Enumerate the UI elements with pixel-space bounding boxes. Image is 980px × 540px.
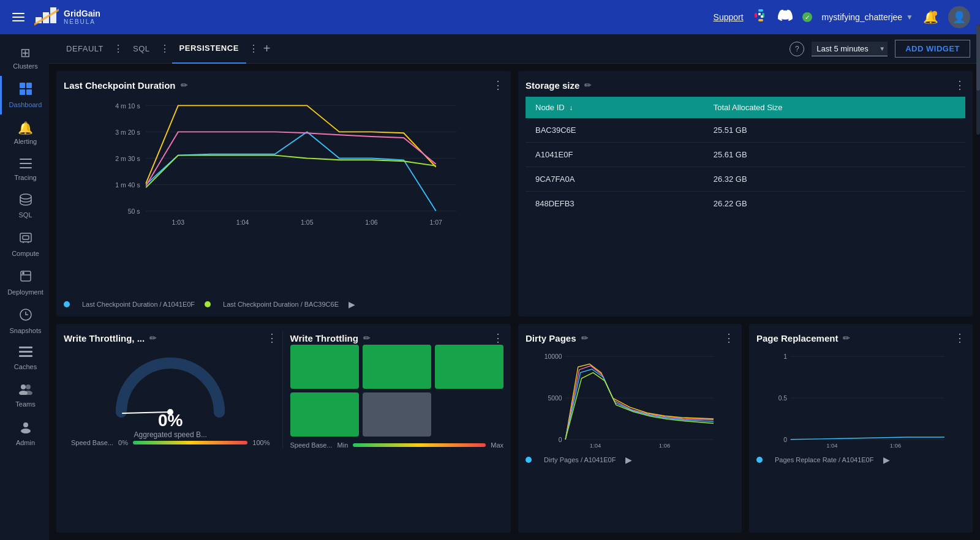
username: mystifying_chatterjee (822, 12, 903, 22)
widget-checkpoint-edit[interactable]: ✏ (181, 80, 188, 90)
svg-text:1:07: 1:07 (429, 219, 442, 226)
legend-dot-a1041e0f (64, 301, 70, 307)
help-btn[interactable]: ? (790, 42, 804, 56)
avatar[interactable]: 👤 (948, 6, 970, 28)
dirty-pages-header: Dirty Pages ✏ ⋮ (526, 331, 734, 345)
discord-icon[interactable] (778, 8, 793, 26)
throttle-gauge-edit[interactable]: ✏ (149, 333, 157, 343)
sidebar-label-admin: Admin (16, 439, 35, 446)
widget-page-replacement: Page Replacement ✏ ⋮ 1 0.5 0 1:04 (749, 324, 973, 533)
tab-default[interactable]: DEFAULT (59, 34, 111, 64)
scrollbar-thumb[interactable] (976, 64, 980, 91)
throttle-gauge-more[interactable]: ⋮ (266, 331, 277, 345)
tab-sql-label: SQL (133, 44, 150, 53)
sidebar-label-compute: Compute (12, 250, 39, 257)
page-replacement-legend: Pages Replace Rate / A1041E0F ▶ (756, 455, 965, 465)
tab-persistence[interactable]: PERSISTENCE (172, 34, 246, 64)
svg-rect-10 (20, 83, 25, 88)
sidebar-item-snapshots[interactable]: Snapshots (0, 302, 49, 340)
widget-storage-title: Storage size (526, 80, 579, 91)
throttle-max-label: Max (491, 441, 503, 449)
widget-checkpoint-more[interactable]: ⋮ (492, 78, 503, 92)
tabs-right: ? Last 5 minutes Last 15 minutes Last 30… (790, 40, 970, 58)
page-replacement-chart-area: 1 0.5 0 1:04 1:06 (756, 350, 965, 450)
page-replacement-header: Page Replacement ✏ ⋮ (756, 331, 965, 345)
checkpoint-legend: Last Checkpoint Duration / A1041E0F Last… (64, 299, 503, 309)
tab-persistence-more[interactable]: ⋮ (249, 43, 258, 54)
svg-rect-4 (755, 13, 757, 18)
svg-point-29 (21, 384, 26, 389)
svg-rect-12 (20, 89, 25, 95)
svg-text:0.5: 0.5 (778, 395, 788, 402)
sidebar-item-clusters[interactable]: ⊞ Clusters (0, 39, 49, 76)
sidebar-item-deployment[interactable]: Deployment (0, 263, 49, 302)
storage-col-size[interactable]: Total Allocated Size (704, 97, 965, 118)
throttle-legend: Speed Base... Min Max (290, 441, 504, 449)
widget-storage-edit[interactable]: ✏ (584, 80, 592, 90)
svg-text:1:06: 1:06 (890, 442, 901, 448)
sidebar-item-alerting[interactable]: 🔔 Alerting (0, 114, 49, 151)
dirty-pages-edit[interactable]: ✏ (581, 333, 589, 343)
sort-icon: ↓ (569, 103, 573, 112)
throttle-grid-edit[interactable]: ✏ (363, 333, 371, 343)
sidebar-item-compute[interactable]: Compute (0, 225, 49, 263)
gauge-sublabel: Aggregated speed B... (134, 430, 207, 439)
throttle-cell-5 (435, 392, 503, 437)
svg-text:0: 0 (783, 437, 787, 443)
svg-text:1:06: 1:06 (659, 442, 670, 448)
gauge-area: 0% Aggregated speed B... (64, 345, 277, 439)
svg-point-30 (26, 384, 31, 389)
user-menu[interactable]: mystifying_chatterjee ▼ (822, 12, 913, 22)
page-replacement-edit[interactable]: ✏ (843, 333, 850, 343)
checkpoint-chart: 4 m 10 s 3 m 20 s 2 m 30 s 1 m 40 s 50 s… (64, 97, 503, 231)
sidebar-label-dashboard: Dashboard (9, 101, 42, 108)
storage-nodeid-3: 848DEFB3 (526, 192, 704, 216)
throttle-cell-3 (290, 392, 359, 437)
sidebar-item-teams[interactable]: Teams (0, 377, 49, 414)
dirty-pages-legend: Dirty Pages / A1041E0F ▶ (526, 455, 734, 465)
right-bottom-pair: Dirty Pages ✏ ⋮ 10000 5000 0 1:04 (518, 324, 973, 533)
throttle-grid-right: Write Throttling ✏ ⋮ (282, 331, 504, 449)
dirty-pages-legend-arrow[interactable]: ▶ (625, 455, 632, 465)
throttle-grid-header: Write Throttling ✏ ⋮ (290, 331, 504, 345)
dirty-pages-legend-label: Dirty Pages / A1041E0F (544, 456, 616, 463)
time-select[interactable]: Last 5 minutes Last 15 minutes Last 30 m… (812, 42, 888, 56)
widget-throttle-gauge: Write Throttling, ... ✏ ⋮ (56, 324, 511, 533)
svg-text:50 s: 50 s (128, 208, 140, 215)
svg-point-17 (20, 194, 31, 199)
sidebar-item-sql[interactable]: SQL (0, 187, 49, 225)
svg-text:5000: 5000 (548, 395, 562, 402)
legend-more-arrow[interactable]: ▶ (349, 299, 355, 309)
tab-sql-more[interactable]: ⋮ (160, 43, 170, 54)
sidebar-item-caches[interactable]: Caches (0, 340, 49, 377)
throttle-grid-more[interactable]: ⋮ (492, 331, 503, 345)
storage-nodeid-2: 9CA7FA0A (526, 167, 704, 192)
page-replacement-more[interactable]: ⋮ (954, 331, 965, 345)
dirty-pages-legend-dot (526, 457, 532, 463)
svg-text:10000: 10000 (545, 353, 562, 360)
sidebar-item-tracing[interactable]: Tracing (0, 151, 49, 187)
tab-default-more[interactable]: ⋮ (113, 43, 123, 54)
gauge-min-label: 0% (118, 439, 128, 446)
teams-icon (18, 383, 33, 398)
sidebar-item-admin[interactable]: Admin (0, 414, 49, 452)
scrollbar-track (976, 64, 980, 135)
svg-rect-13 (26, 89, 32, 95)
add-tab-btn[interactable]: + (263, 42, 271, 56)
support-link[interactable]: Support (714, 12, 744, 22)
tab-sql[interactable]: SQL (126, 34, 157, 64)
add-widget-btn[interactable]: ADD WIDGET (895, 40, 970, 58)
main-layout: ⊞ Clusters Dashboard 🔔 Alerting (0, 34, 980, 540)
slack-icon[interactable] (753, 8, 768, 26)
hamburger-menu[interactable] (10, 10, 27, 24)
time-select-wrap: Last 5 minutes Last 15 minutes Last 30 m… (812, 42, 888, 56)
widget-storage-more[interactable]: ⋮ (954, 78, 965, 92)
legend-label-a1041e0f: Last Checkpoint Duration / A1041E0F (82, 301, 195, 308)
sidebar-item-dashboard[interactable]: Dashboard (0, 76, 49, 114)
widget-checkpoint-title: Last Checkpoint Duration (64, 80, 176, 91)
storage-col-nodeid[interactable]: Node ID ↓ (526, 97, 704, 118)
page-replacement-legend-arrow[interactable]: ▶ (883, 455, 890, 465)
dirty-pages-more[interactable]: ⋮ (723, 331, 734, 345)
dashboard-icon (19, 82, 32, 99)
legend-dot-bac39c6e (205, 301, 211, 307)
